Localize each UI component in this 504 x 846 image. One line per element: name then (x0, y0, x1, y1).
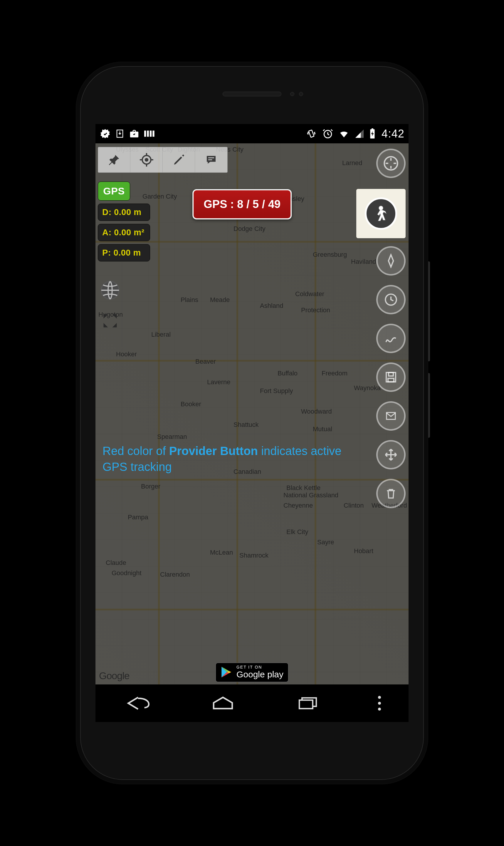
alarm-icon (322, 128, 334, 139)
globe-button[interactable] (98, 278, 122, 302)
status-bar: 4:42 (95, 124, 409, 143)
fullscreen-button[interactable] (98, 309, 122, 332)
hint-bold: Provider Button (169, 445, 258, 457)
battery-bars-icon (144, 129, 157, 138)
phone-side-button (428, 262, 430, 361)
play-store-icon (219, 666, 232, 679)
google-play-badge[interactable]: GET IT ON Google play (216, 663, 288, 682)
distance-pill: D: 0.00 m (98, 203, 150, 221)
svg-rect-6 (309, 130, 314, 137)
back-button[interactable] (118, 693, 159, 714)
svg-rect-2 (144, 131, 146, 137)
svg-rect-3 (147, 131, 149, 137)
trash-button[interactable] (376, 479, 406, 508)
home-button[interactable] (202, 693, 244, 714)
svg-rect-20 (299, 700, 313, 708)
svg-rect-16 (389, 373, 393, 376)
download-icon (115, 129, 124, 139)
svg-point-19 (379, 206, 383, 210)
gps-provider-chip[interactable]: GPS : 8 / 5 / 49 (192, 189, 292, 219)
save-button[interactable] (376, 362, 406, 392)
svg-rect-9 (372, 128, 373, 129)
play-badge-small: GET IT ON (236, 665, 284, 669)
svg-rect-4 (150, 131, 151, 137)
svg-rect-5 (152, 131, 154, 137)
pencil-button[interactable] (163, 147, 195, 173)
pin-button[interactable] (98, 147, 130, 173)
wifi-icon (338, 129, 350, 139)
check-badge-icon (100, 128, 111, 139)
walker-button[interactable] (365, 197, 397, 230)
vibrate-icon (305, 129, 318, 139)
battery-charging-icon (369, 128, 376, 139)
clock-text: 4:42 (381, 127, 404, 140)
measurement-panel: GPS D: 0.00 m A: 0.00 m² P: 0.00 m (98, 182, 150, 262)
recents-button[interactable] (287, 693, 328, 714)
comment-button[interactable] (195, 147, 227, 173)
perimeter-pill: P: 0.00 m (98, 244, 150, 262)
svg-rect-17 (388, 378, 394, 382)
locate-button[interactable] (130, 147, 163, 173)
briefcase-icon (129, 129, 140, 139)
phone-sensor (299, 92, 303, 96)
move-button[interactable] (376, 440, 406, 469)
phone-sensor (290, 92, 294, 96)
mail-button[interactable] (376, 401, 406, 431)
phone-speaker (223, 92, 281, 96)
svg-point-11 (145, 159, 147, 161)
android-nav-bar (95, 684, 409, 722)
phone-side-button (428, 373, 430, 438)
play-badge-big: Google play (236, 669, 284, 680)
app-area: Google Ness CityUlyssesScott CityDighton… (95, 143, 409, 684)
path-button[interactable] (376, 324, 406, 353)
screen: 4:42 Google Ness CityUlyssesScott CityDi… (95, 124, 409, 722)
signal-icon (355, 129, 364, 139)
area-pill: A: 0.00 m² (98, 224, 150, 241)
history-button[interactable] (376, 285, 406, 314)
toolbar (98, 147, 228, 173)
menu-dots-button[interactable] (372, 693, 387, 714)
tutorial-hint-text: Red color of Provider Button indicates a… (103, 443, 344, 475)
marker-button[interactable] (376, 246, 406, 275)
compass-button[interactable] (376, 149, 406, 178)
phone-frame: 4:42 Google Ness CityUlyssesScott CityDi… (76, 62, 428, 784)
hint-pre: Red color of (103, 445, 169, 457)
gps-status-pill[interactable]: GPS (98, 182, 130, 201)
provider-button-highlight (356, 189, 406, 238)
